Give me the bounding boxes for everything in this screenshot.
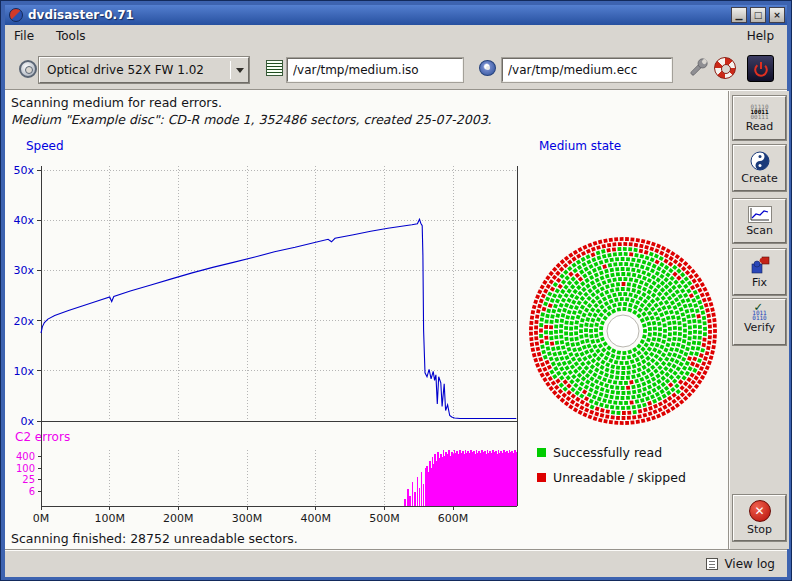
scan-chart-icon (748, 206, 772, 223)
svg-text:30x: 30x (13, 264, 34, 277)
unreadable-swatch-icon (537, 473, 546, 482)
svg-text:6: 6 (29, 486, 35, 497)
minimize-icon: ▁ (736, 11, 743, 20)
svg-text:300M: 300M (232, 512, 263, 525)
read-icon: 01110 10011 00111 (750, 104, 768, 119)
drive-select-value: Optical drive 52X FW 1.02 (40, 63, 230, 77)
toolbar: Optical drive 52X FW 1.02 (5, 47, 787, 89)
svg-text:0x: 0x (20, 415, 34, 428)
ecc-path-input[interactable] (502, 58, 672, 82)
drive-select[interactable]: Optical drive 52X FW 1.02 (39, 57, 249, 83)
svg-text:40x: 40x (13, 214, 34, 227)
svg-text:0M: 0M (33, 512, 50, 525)
scan-result-status: Scanning finished: 28752 unreadable sect… (11, 531, 298, 546)
status-line-2: Medium "Example disc": CD-R mode 1, 3524… (11, 112, 492, 127)
fix-button[interactable]: Fix (733, 249, 786, 295)
quit-button[interactable] (747, 55, 774, 82)
action-sidebar: 01110 10011 00111 Read Create (728, 91, 789, 549)
svg-text:400M: 400M (300, 512, 331, 525)
medium-state-disc (523, 231, 723, 431)
yin-yang-icon (750, 151, 770, 171)
fix-button-label: Fix (752, 276, 767, 289)
puzzle-icon (750, 255, 770, 275)
window-body: File Tools Help Optical drive 52X FW 1.0… (5, 25, 787, 575)
svg-text:400: 400 (16, 451, 35, 462)
close-icon: × (773, 11, 781, 20)
main-content: Scanning medium for read errors. Medium … (5, 91, 728, 549)
ecc-file-icon (479, 60, 496, 76)
app-icon[interactable] (9, 8, 23, 22)
scan-button-label: Scan (746, 224, 773, 237)
titlebar[interactable]: dvdisaster-0.71 ▁ □ × (5, 5, 787, 25)
view-log-button[interactable]: View log (724, 557, 775, 571)
read-swatch-icon (537, 448, 546, 457)
svg-text:600M: 600M (438, 512, 469, 525)
stop-button-label: Stop (747, 523, 772, 536)
svg-text:20x: 20x (13, 315, 34, 328)
menu-file[interactable]: File (5, 25, 43, 46)
svg-text:200M: 200M (163, 512, 194, 525)
speed-and-c2-chart: 0x10x20x30x40x50x0M100M200M300M400M500M6… (5, 151, 545, 529)
verify-button[interactable]: 1011 0110 ✓ Verify (733, 299, 786, 345)
read-button-label: Read (746, 120, 774, 133)
stop-icon: ✕ (749, 500, 771, 522)
legend-item-read: Successfully read (537, 445, 662, 460)
create-button-label: Create (741, 172, 778, 185)
svg-text:25: 25 (22, 474, 35, 485)
maximize-icon: □ (754, 11, 763, 20)
drive-icon (19, 60, 37, 78)
combo-arrow-button[interactable] (231, 68, 248, 73)
legend-read-label: Successfully read (553, 445, 662, 460)
menu-tools[interactable]: Tools (47, 25, 95, 46)
svg-text:100M: 100M (94, 512, 125, 525)
svg-text:100: 100 (16, 463, 35, 474)
close-button[interactable]: × (769, 7, 785, 23)
stop-button[interactable]: ✕ Stop (733, 495, 786, 541)
help-button[interactable] (714, 57, 736, 79)
verify-icon: 1011 0110 ✓ (752, 310, 766, 320)
legend-unreadable-label: Unreadable / skipped (553, 470, 686, 485)
verify-button-label: Verify (744, 321, 775, 334)
read-button[interactable]: 01110 10011 00111 Read (733, 96, 786, 140)
iso-path-input[interactable] (287, 58, 463, 82)
status-line-1: Scanning medium for read errors. (11, 95, 222, 110)
menu-help[interactable]: Help (738, 25, 783, 46)
chevron-down-icon (236, 68, 244, 73)
application-window: dvdisaster-0.71 ▁ □ × File Tools Help Op… (0, 0, 792, 581)
preferences-button[interactable] (686, 56, 710, 80)
statusbar: View log (5, 549, 787, 577)
maximize-button[interactable]: □ (750, 7, 766, 23)
minimize-button[interactable]: ▁ (731, 7, 747, 23)
wrench-icon (686, 56, 710, 80)
create-button[interactable]: Create (733, 145, 786, 191)
power-icon (751, 59, 771, 79)
svg-text:500M: 500M (369, 512, 400, 525)
menubar: File Tools Help (5, 25, 787, 47)
svg-text:50x: 50x (13, 164, 34, 177)
image-file-icon (266, 60, 283, 76)
checkmark-icon: ✓ (754, 304, 762, 309)
scan-button[interactable]: Scan (733, 199, 786, 243)
legend-item-unreadable: Unreadable / skipped (537, 470, 686, 485)
svg-text:10x: 10x (13, 365, 34, 378)
medium-state-title: Medium state (539, 139, 621, 153)
window-title: dvdisaster-0.71 (28, 8, 728, 22)
view-log-icon (706, 558, 718, 570)
